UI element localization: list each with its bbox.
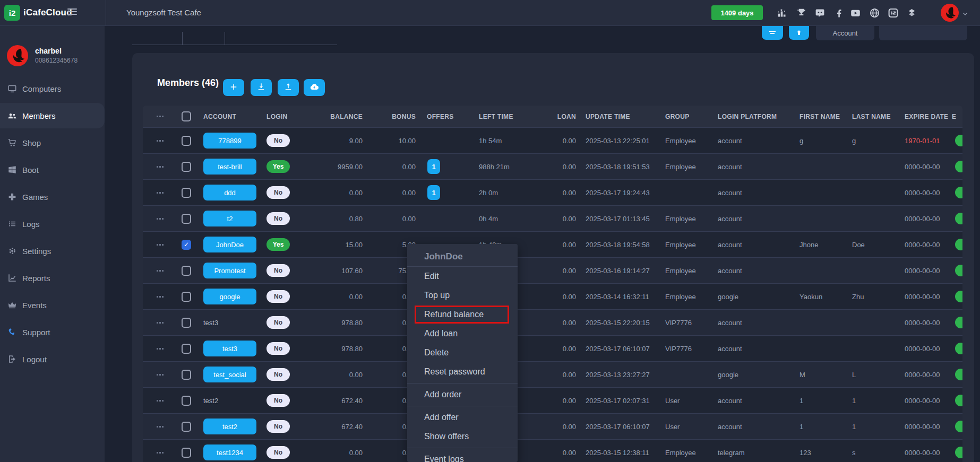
row-actions-button[interactable] — [157, 362, 164, 387]
row-actions-button[interactable] — [157, 388, 164, 413]
offers-cell[interactable]: 1 — [427, 154, 459, 179]
youtube-icon[interactable] — [848, 6, 862, 19]
clipped-filter-inputs[interactable] — [132, 25, 337, 45]
ranking-icon[interactable] — [775, 6, 788, 19]
enabled-indicator[interactable] — [955, 310, 962, 335]
row-checkbox[interactable] — [182, 336, 191, 361]
row-actions-button[interactable] — [157, 310, 164, 335]
row-actions-button[interactable] — [157, 440, 164, 462]
icafecloud-icon[interactable] — [886, 6, 900, 19]
account-button[interactable]: google — [203, 289, 256, 304]
chevron-down-icon[interactable] — [962, 10, 968, 19]
sidebar-item-computers[interactable]: Computers — [0, 76, 105, 101]
sidebar-item-support[interactable]: Support — [0, 319, 105, 345]
sidebar-item-shop[interactable]: Shop — [0, 130, 105, 155]
account-type-dropdown[interactable]: Account — [816, 25, 874, 40]
enabled-indicator[interactable] — [955, 206, 962, 231]
enabled-indicator[interactable] — [955, 284, 962, 309]
clipped-export-button[interactable] — [789, 25, 809, 40]
account-cell[interactable]: t2 — [203, 206, 263, 231]
menu-item-edit[interactable]: Edit — [407, 267, 518, 286]
row-checkbox[interactable] — [182, 362, 191, 387]
enabled-indicator[interactable] — [955, 180, 962, 205]
account-button[interactable]: ddd — [203, 185, 256, 201]
row-actions-button[interactable] — [157, 180, 164, 205]
row-actions-button[interactable] — [157, 414, 164, 439]
menu-item-event-logs[interactable]: Event logs — [407, 450, 518, 462]
account-cell[interactable]: test-brill — [203, 154, 263, 179]
account-button[interactable]: 778899 — [203, 133, 256, 149]
upload-button[interactable] — [278, 79, 299, 96]
sidebar-item-members[interactable]: Members — [0, 103, 105, 128]
layers-icon[interactable] — [905, 6, 918, 19]
facebook-icon[interactable] — [832, 6, 846, 19]
trophy-icon[interactable] — [794, 6, 808, 19]
account-cell[interactable]: test1234 — [203, 440, 263, 462]
account-button[interactable]: test1234 — [203, 444, 256, 460]
row-actions-button[interactable] — [157, 336, 164, 361]
days-remaining-badge[interactable]: 1409 days — [711, 5, 763, 20]
menu-item-add-order[interactable]: Add order — [407, 385, 518, 404]
clipped-filter-button[interactable] — [762, 25, 783, 40]
enabled-indicator[interactable] — [955, 336, 962, 361]
row-checkbox[interactable] — [182, 440, 191, 462]
menu-item-reset-password[interactable]: Reset password — [407, 362, 518, 381]
discord-icon[interactable] — [813, 6, 827, 19]
account-button[interactable]: test2 — [203, 419, 256, 434]
menu-item-delete[interactable]: Delete — [407, 343, 518, 362]
row-checkbox[interactable] — [182, 180, 191, 205]
row-checkbox[interactable] — [182, 128, 191, 153]
enabled-indicator[interactable] — [955, 440, 962, 462]
enabled-indicator[interactable] — [955, 362, 962, 387]
row-checkbox[interactable] — [182, 388, 191, 413]
menu-item-add-offer[interactable]: Add offer — [407, 408, 518, 427]
account-cell[interactable]: 778899 — [203, 128, 263, 153]
sidebar-item-events[interactable]: Events — [0, 292, 105, 318]
row-checkbox[interactable] — [182, 310, 191, 335]
plus-button[interactable] — [223, 79, 244, 96]
enabled-indicator[interactable] — [955, 414, 962, 439]
enabled-indicator[interactable] — [955, 154, 962, 179]
account-button[interactable]: Promotest — [203, 263, 256, 278]
enabled-indicator[interactable] — [955, 258, 962, 283]
row-checkbox[interactable] — [182, 284, 191, 309]
row-checkbox[interactable] — [182, 258, 191, 283]
row-checkbox[interactable]: ✓ — [182, 232, 191, 257]
account-cell[interactable]: test3 — [203, 336, 263, 361]
sidebar-item-logs[interactable]: Logs — [0, 211, 105, 237]
account-button[interactable]: test_social — [203, 367, 256, 382]
menu-item-show-offers[interactable]: Show offers — [407, 427, 518, 446]
enabled-indicator[interactable] — [955, 128, 962, 153]
row-actions-button[interactable] — [157, 258, 164, 283]
account-cell[interactable]: test2 — [203, 388, 263, 413]
enabled-indicator[interactable] — [955, 232, 962, 257]
select-all-checkbox[interactable] — [182, 106, 191, 127]
sidebar-item-boot[interactable]: Boot — [0, 157, 105, 182]
account-button[interactable]: test3 — [203, 341, 256, 356]
account-cell[interactable]: test2 — [203, 414, 263, 439]
account-cell[interactable]: google — [203, 284, 263, 309]
row-actions-button[interactable] — [157, 232, 164, 257]
cloud-download-button[interactable] — [304, 79, 325, 96]
account-cell[interactable]: test_social — [203, 362, 263, 387]
account-cell[interactable]: ddd — [203, 180, 263, 205]
row-checkbox[interactable] — [182, 206, 191, 231]
sidebar-item-reports[interactable]: Reports — [0, 265, 105, 291]
download-button[interactable] — [251, 79, 272, 96]
menu-item-refund-balance[interactable]: Refund balance — [407, 305, 518, 324]
menu-item-add-loan[interactable]: Add loan — [407, 324, 518, 343]
account-button[interactable]: test-brill — [203, 159, 256, 175]
sidebar-item-logout[interactable]: Logout — [0, 346, 105, 372]
account-cell[interactable]: Promotest — [203, 258, 263, 283]
hamburger-menu-icon[interactable] — [67, 8, 77, 16]
row-actions-button[interactable] — [157, 284, 164, 309]
menu-item-top-up[interactable]: Top up — [407, 286, 518, 305]
account-cell[interactable]: test3 — [203, 310, 263, 335]
avatar[interactable] — [941, 4, 959, 22]
row-actions-button[interactable] — [157, 154, 164, 179]
sidebar-item-games[interactable]: Games — [0, 184, 105, 210]
offers-cell[interactable]: 1 — [427, 180, 459, 205]
row-checkbox[interactable] — [182, 154, 191, 179]
account-button[interactable]: t2 — [203, 211, 256, 226]
sidebar-item-settings[interactable]: Settings — [0, 238, 105, 264]
